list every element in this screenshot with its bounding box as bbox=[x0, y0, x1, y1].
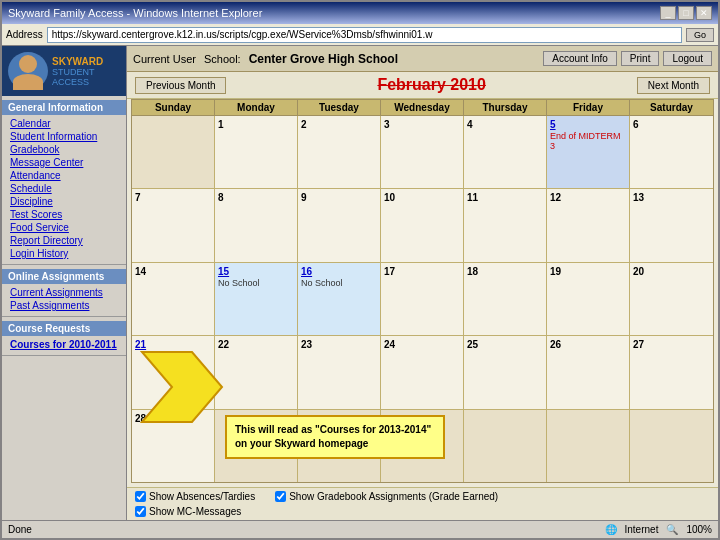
cal-cell-w1-mon: 1 bbox=[215, 116, 298, 188]
sidebar-section-courses: Course Requests Courses for 2010-2011 bbox=[2, 317, 126, 356]
sidebar-item-gradebook[interactable]: Gradebook bbox=[2, 143, 126, 156]
title-bar: Skyward Family Access - Windows Internet… bbox=[2, 2, 718, 24]
checkbox-gradebook-input[interactable] bbox=[275, 491, 286, 502]
cal-cell-w3-sat: 20 bbox=[630, 263, 713, 335]
event-midterm: End of MIDTERM 3 bbox=[550, 131, 626, 151]
checkbox-mc-input[interactable] bbox=[135, 506, 146, 517]
status-text: Done bbox=[8, 524, 32, 535]
sidebar-section-title-online: Online Assignments bbox=[2, 269, 126, 284]
minimize-button[interactable]: _ bbox=[660, 6, 676, 20]
internet-label: Internet bbox=[625, 524, 659, 535]
sidebar-item-courses-2010[interactable]: Courses for 2010-2011 bbox=[2, 338, 126, 351]
sidebar-item-student-info[interactable]: Student Information bbox=[2, 130, 126, 143]
header-friday: Friday bbox=[547, 100, 630, 115]
checkbox-absences-input[interactable] bbox=[135, 491, 146, 502]
top-bar-left: Current User School: Center Grove High S… bbox=[133, 52, 398, 66]
sidebar-section-general: General Information Calendar Student Inf… bbox=[2, 96, 126, 265]
header-tuesday: Tuesday bbox=[298, 100, 381, 115]
nav-bar: Previous Month February 2010 Next Month bbox=[127, 72, 718, 99]
annotation-tooltip: This will read as "Courses for 2013-2014… bbox=[225, 415, 445, 459]
cal-cell-w3-sun: 14 bbox=[132, 263, 215, 335]
account-info-button[interactable]: Account Info bbox=[543, 51, 617, 66]
checkbox-mc-label: Show MC-Messages bbox=[149, 506, 241, 517]
sidebar-section-online: Online Assignments Current Assignments P… bbox=[2, 265, 126, 317]
browser-title: Skyward Family Access - Windows Internet… bbox=[8, 7, 262, 19]
sidebar-item-attendance[interactable]: Attendance bbox=[2, 169, 126, 182]
sidebar-section-title-courses: Course Requests bbox=[2, 321, 126, 336]
zoom-value: 100% bbox=[686, 524, 712, 535]
cal-cell-w1-wed: 3 bbox=[381, 116, 464, 188]
checkbox-mc[interactable]: Show MC-Messages bbox=[135, 506, 710, 517]
cal-cell-w2-fri: 12 bbox=[547, 189, 630, 261]
cal-cell-w2-sat: 13 bbox=[630, 189, 713, 261]
sidebar-item-past-assignments[interactable]: Past Assignments bbox=[2, 299, 126, 312]
cal-cell-w5-fri bbox=[547, 410, 630, 482]
cal-cell-w3-tue: 16 No School bbox=[298, 263, 381, 335]
address-input[interactable] bbox=[47, 27, 682, 43]
cal-cell-w3-wed: 17 bbox=[381, 263, 464, 335]
logo-student: STUDENT bbox=[52, 67, 103, 77]
svg-marker-1 bbox=[142, 352, 222, 422]
window-controls[interactable]: _ □ ✕ bbox=[660, 6, 712, 20]
sidebar-item-food-service[interactable]: Food Service bbox=[2, 221, 126, 234]
checkbox-absences[interactable]: Show Absences/Tardies bbox=[135, 491, 255, 502]
cal-cell-w1-sat: 6 bbox=[630, 116, 713, 188]
cal-cell-w4-sun: 21 bbox=[132, 336, 215, 408]
checkbox-absences-label: Show Absences/Tardies bbox=[149, 491, 255, 502]
address-label: Address bbox=[6, 29, 43, 40]
cal-cell-w2-tue: 9 bbox=[298, 189, 381, 261]
sidebar-item-report-directory[interactable]: Report Directory bbox=[2, 234, 126, 247]
sidebar-item-discipline[interactable]: Discipline bbox=[2, 195, 126, 208]
checkbox-gradebook[interactable]: Show Gradebook Assignments (Grade Earned… bbox=[275, 491, 498, 502]
cal-cell-w2-thu: 11 bbox=[464, 189, 547, 261]
day-headers: Sunday Monday Tuesday Wednesday Thursday… bbox=[131, 99, 714, 116]
maximize-button[interactable]: □ bbox=[678, 6, 694, 20]
cal-cell-w4-tue: 23 bbox=[298, 336, 381, 408]
cal-cell-w3-thu: 18 bbox=[464, 263, 547, 335]
logout-button[interactable]: Logout bbox=[663, 51, 712, 66]
sidebar-item-login-history[interactable]: Login History bbox=[2, 247, 126, 260]
current-user-label: Current User bbox=[133, 53, 196, 65]
sidebar-item-test-scores[interactable]: Test Scores bbox=[2, 208, 126, 221]
sidebar-item-schedule[interactable]: Schedule bbox=[2, 182, 126, 195]
footer-row2: Show MC-Messages bbox=[127, 505, 718, 520]
close-button[interactable]: ✕ bbox=[696, 6, 712, 20]
school-label: School: bbox=[204, 53, 241, 65]
print-button[interactable]: Print bbox=[621, 51, 660, 66]
cal-cell-w3-fri: 19 bbox=[547, 263, 630, 335]
cal-cell-w1-thu: 4 bbox=[464, 116, 547, 188]
event-no-school-15: No School bbox=[218, 278, 294, 288]
header-wednesday: Wednesday bbox=[381, 100, 464, 115]
logo-access: ACCESS bbox=[52, 77, 103, 87]
cal-cell-w4-fri: 26 bbox=[547, 336, 630, 408]
cal-cell-w4-wed: 24 bbox=[381, 336, 464, 408]
go-button[interactable]: Go bbox=[686, 28, 714, 42]
top-bar-right: Account Info Print Logout bbox=[543, 51, 712, 66]
sidebar-item-message-center[interactable]: Message Center bbox=[2, 156, 126, 169]
school-name: Center Grove High School bbox=[249, 52, 398, 66]
cal-cell-w5-sat bbox=[630, 410, 713, 482]
cal-cell-w1-fri: 5 End of MIDTERM 3 bbox=[547, 116, 630, 188]
prev-month-button[interactable]: Previous Month bbox=[135, 77, 226, 94]
main-content: SKYWARD STUDENT ACCESS General Informati… bbox=[2, 46, 718, 520]
logo-skyward: SKYWARD bbox=[52, 56, 103, 67]
zoom-level: 🔍 bbox=[666, 524, 678, 535]
sidebar-logo: SKYWARD STUDENT ACCESS bbox=[2, 46, 126, 96]
top-bar: Current User School: Center Grove High S… bbox=[127, 46, 718, 72]
event-no-school-16: No School bbox=[301, 278, 377, 288]
header-sunday: Sunday bbox=[132, 100, 215, 115]
cal-week-4: 21 bbox=[132, 336, 713, 409]
address-bar: Address Go bbox=[2, 24, 718, 46]
sidebar-item-current-assignments[interactable]: Current Assignments bbox=[2, 286, 126, 299]
sidebar-item-calendar[interactable]: Calendar bbox=[2, 117, 126, 130]
sidebar: SKYWARD STUDENT ACCESS General Informati… bbox=[2, 46, 127, 520]
sidebar-section-title-general: General Information bbox=[2, 100, 126, 115]
status-bar: Done 🌐 Internet 🔍 100% bbox=[2, 520, 718, 538]
calendar-grid: Sunday Monday Tuesday Wednesday Thursday… bbox=[127, 99, 718, 487]
calendar-wrapper: Current User School: Center Grove High S… bbox=[127, 46, 718, 520]
cal-cell-w3-mon: 15 No School bbox=[215, 263, 298, 335]
next-month-button[interactable]: Next Month bbox=[637, 77, 710, 94]
cal-week-2: 7 8 9 10 11 12 13 bbox=[132, 189, 713, 262]
cal-cell-w4-sat: 27 bbox=[630, 336, 713, 408]
cal-cell-w1-sun bbox=[132, 116, 215, 188]
